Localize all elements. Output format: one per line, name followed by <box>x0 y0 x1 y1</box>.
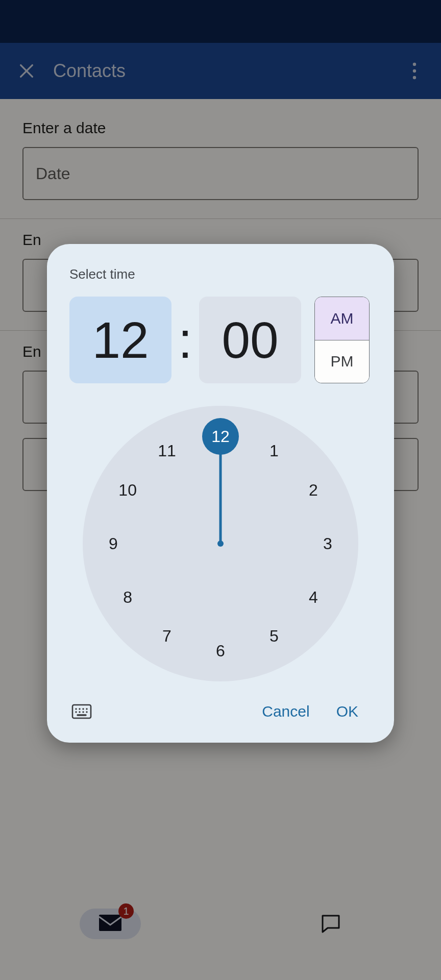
clock-hour-3[interactable]: 3 <box>309 525 346 562</box>
time-display-row: 12 : 00 AM PM <box>69 297 372 383</box>
clock-face[interactable]: 121234567891011 <box>83 406 358 681</box>
hour-display[interactable]: 12 <box>69 297 172 383</box>
ampm-toggle: AM PM <box>314 297 370 383</box>
clock-hour-9[interactable]: 9 <box>95 525 132 562</box>
clock-hour-5[interactable]: 5 <box>256 618 292 655</box>
clock-hour-12[interactable]: 12 <box>202 418 239 455</box>
clock-hour-8[interactable]: 8 <box>109 579 146 616</box>
clock-hour-11[interactable]: 11 <box>149 432 185 469</box>
clock-hour-2[interactable]: 2 <box>295 472 332 508</box>
clock-hour-4[interactable]: 4 <box>295 579 332 616</box>
clock-hour-7[interactable]: 7 <box>149 618 185 655</box>
cancel-button[interactable]: Cancel <box>249 696 323 727</box>
clock-center <box>217 541 224 547</box>
time-colon: : <box>178 311 193 370</box>
clock-hour-6[interactable]: 6 <box>202 632 239 669</box>
dialog-title: Select time <box>69 266 372 282</box>
svg-rect-5 <box>72 705 91 718</box>
time-picker-dialog: Select time 12 : 00 AM PM 12123456789101… <box>47 244 394 743</box>
clock-hour-10[interactable]: 10 <box>109 472 146 508</box>
keyboard-icon[interactable] <box>69 699 94 724</box>
minute-display[interactable]: 00 <box>199 297 301 383</box>
ok-button[interactable]: OK <box>323 696 372 727</box>
am-button[interactable]: AM <box>315 297 369 340</box>
pm-button[interactable]: PM <box>315 340 369 383</box>
clock-hour-1[interactable]: 1 <box>256 432 292 469</box>
dialog-actions: Cancel OK <box>69 696 372 727</box>
